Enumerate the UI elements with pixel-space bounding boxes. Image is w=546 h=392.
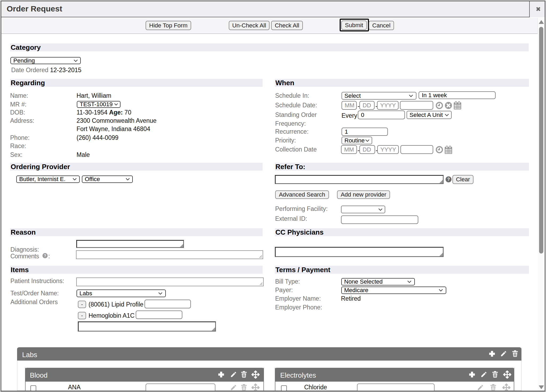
svg-text:?: ? (447, 177, 450, 182)
svg-text:?: ? (44, 254, 46, 258)
